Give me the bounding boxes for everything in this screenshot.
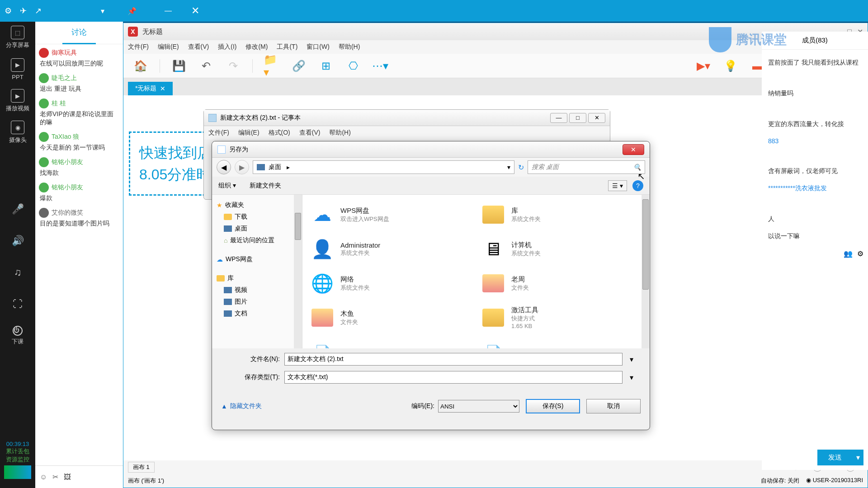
menu-format[interactable]: 格式(O): [269, 129, 290, 137]
file-scrollbar[interactable]: [642, 195, 650, 348]
file-item-wps[interactable]: ☁WPS网盘双击进入WPS网盘: [310, 202, 472, 227]
view-options[interactable]: ☰ ▾: [608, 180, 627, 191]
tree-desktop[interactable]: 桌面: [217, 223, 297, 235]
folder-tree[interactable]: ★收藏夹 下载 桌面 ⌂最近访问的位置 ☁WPS网盘 库 视频 图片 文档: [212, 195, 302, 348]
file-list[interactable]: ☁WPS网盘双击进入WPS网盘 库系统文件夹 👤Administrator系统文…: [302, 195, 650, 348]
sidebar-end-class[interactable]: ⏻ 下课: [0, 320, 35, 352]
organize-button[interactable]: 组织 ▾: [218, 182, 236, 190]
file-item-admin[interactable]: 👤Administrator系统文件夹: [310, 236, 472, 262]
file-item-muyu[interactable]: 木鱼文件夹: [310, 305, 472, 330]
menu-edit[interactable]: 编辑(E): [158, 43, 179, 51]
refresh-icon[interactable]: ↻: [518, 163, 524, 172]
nav-forward-button[interactable]: ▶: [235, 160, 249, 174]
members-icon[interactable]: 👥: [844, 249, 853, 258]
maximize-button[interactable]: □: [569, 113, 586, 123]
folder-icon[interactable]: 📁▾: [264, 58, 280, 74]
home-icon[interactable]: 🏠: [132, 58, 149, 74]
sidebar-music[interactable]: ♫: [0, 257, 35, 288]
scissors-icon[interactable]: ✂: [52, 473, 58, 481]
minimize-button[interactable]: —: [155, 0, 182, 22]
send-dropdown[interactable]: ▾: [853, 450, 863, 465]
watermark: 腾讯课堂: [709, 27, 787, 52]
dropdown-icon[interactable]: ▾: [627, 373, 636, 382]
sidebar-ppt[interactable]: ▶ PPT: [0, 53, 35, 85]
menu-window[interactable]: 窗口(W): [307, 43, 330, 51]
close-button[interactable]: ✕: [182, 0, 209, 22]
relation-icon[interactable]: ⊞: [318, 58, 334, 74]
dropdown-icon[interactable]: ▾: [96, 4, 109, 18]
cancel-button[interactable]: 取消: [586, 399, 641, 413]
encoding-select[interactable]: ANSI: [438, 400, 519, 413]
more-icon[interactable]: ⋯▾: [372, 58, 388, 74]
file-item-library[interactable]: 库系统文件夹: [481, 202, 642, 227]
tab-discuss[interactable]: 讨论: [62, 22, 96, 44]
send-button[interactable]: 发送: [817, 450, 853, 465]
save-button[interactable]: 保存(S): [526, 399, 580, 413]
save-icon[interactable]: 💾: [171, 58, 187, 74]
sidebar-share-screen[interactable]: ⬚ 分享屏幕: [0, 22, 35, 53]
tree-pictures[interactable]: 图片: [217, 296, 297, 308]
plane-icon[interactable]: ✈: [20, 6, 27, 16]
menu-help[interactable]: 帮助(H): [339, 43, 360, 51]
tree-library[interactable]: 库: [217, 272, 297, 284]
tree-downloads[interactable]: 下载: [217, 211, 297, 223]
settings-icon[interactable]: ⚙: [857, 249, 863, 258]
redo-icon[interactable]: ↷: [225, 58, 241, 74]
gear-icon[interactable]: ⚙: [5, 6, 12, 16]
new-folder-button[interactable]: 新建文件夹: [250, 182, 281, 190]
hide-folders-button[interactable]: ▲隐藏文件夹: [221, 402, 262, 410]
dialog-toolbar: 组织 ▾ 新建文件夹 ☰ ▾ ?: [212, 177, 650, 195]
sidebar-play-video[interactable]: ▶ 播放视频: [0, 85, 35, 117]
search-input[interactable]: 搜索 桌面 🔍: [528, 160, 645, 174]
file-item-activate[interactable]: 激活工具快捷方式1.65 KB: [481, 305, 642, 330]
menu-edit[interactable]: 编辑(E): [238, 129, 259, 137]
play-icon[interactable]: ▶▾: [695, 58, 712, 74]
menu-view[interactable]: 查看(V): [299, 129, 321, 137]
file-item-txt2[interactable]: 📄新建文本文档 (2).txt: [310, 339, 472, 348]
menu-insert[interactable]: 插入(I): [218, 43, 236, 51]
help-button[interactable]: ?: [632, 180, 643, 191]
filename-input[interactable]: [284, 353, 623, 366]
file-item-txt[interactable]: 📄新建文本文档.txt: [481, 339, 642, 348]
tree-docs[interactable]: 文档: [217, 308, 297, 319]
link-icon[interactable]: 🔗: [291, 58, 307, 74]
sidebar-camera[interactable]: ◉ 摄像头: [0, 117, 35, 148]
filetype-input[interactable]: [284, 371, 623, 384]
tree-favorites[interactable]: ★收藏夹: [217, 199, 297, 211]
menu-modify[interactable]: 修改(M): [245, 43, 268, 51]
file-item-computer[interactable]: 🖥计算机系统文件夹: [481, 236, 642, 262]
dialog-close-button[interactable]: ✕: [623, 144, 644, 155]
image-icon[interactable]: 🖼: [64, 473, 71, 481]
menu-view[interactable]: 查看(V): [188, 43, 209, 51]
sidebar-volume[interactable]: 🔊: [0, 225, 35, 257]
share-icon[interactable]: ↗: [35, 6, 42, 16]
menu-file[interactable]: 文件(F): [208, 129, 229, 137]
minimize-button[interactable]: —: [550, 113, 567, 123]
xmind-tab[interactable]: *无标题 ✕: [128, 82, 173, 95]
tree-scrollbar[interactable]: [294, 195, 302, 348]
tree-video[interactable]: 视频: [217, 284, 297, 296]
top-bar: ⚙ ✈ ↗ ▾ 📌 — ✕: [0, 0, 868, 22]
file-item-laozou[interactable]: 老周文件夹: [481, 271, 642, 296]
sheet-label[interactable]: 画布 1: [128, 462, 155, 473]
nav-back-button[interactable]: ◀: [217, 160, 231, 174]
file-item-network[interactable]: 🌐网络系统文件夹: [310, 271, 472, 296]
dropdown-icon[interactable]: ▾: [627, 355, 636, 364]
emoji-icon[interactable]: ☺: [40, 473, 47, 481]
boundary-icon[interactable]: ⎔: [345, 58, 361, 74]
sidebar-fullscreen[interactable]: ⛶: [0, 288, 35, 320]
menu-tools[interactable]: 工具(T): [277, 43, 297, 51]
bulb-icon[interactable]: 💡: [722, 58, 739, 74]
close-tab-icon[interactable]: ✕: [160, 85, 165, 92]
tree-recent[interactable]: ⌂最近访问的位置: [217, 235, 297, 246]
menu-file[interactable]: 文件(F): [128, 43, 149, 51]
undo-icon[interactable]: ↶: [198, 58, 214, 74]
pin-icon[interactable]: 📌: [123, 2, 141, 20]
close-button[interactable]: ✕: [588, 113, 605, 123]
menu-help[interactable]: 帮助(H): [329, 129, 350, 137]
chat-input-area[interactable]: ☺ ✂ 🖼: [35, 465, 123, 488]
tree-wps[interactable]: ☁WPS网盘: [217, 253, 297, 265]
search-icon[interactable]: 🔍: [633, 164, 641, 171]
sidebar-mic[interactable]: 🎤: [0, 193, 35, 225]
breadcrumb[interactable]: 桌面 ▸ ▾: [253, 160, 514, 174]
